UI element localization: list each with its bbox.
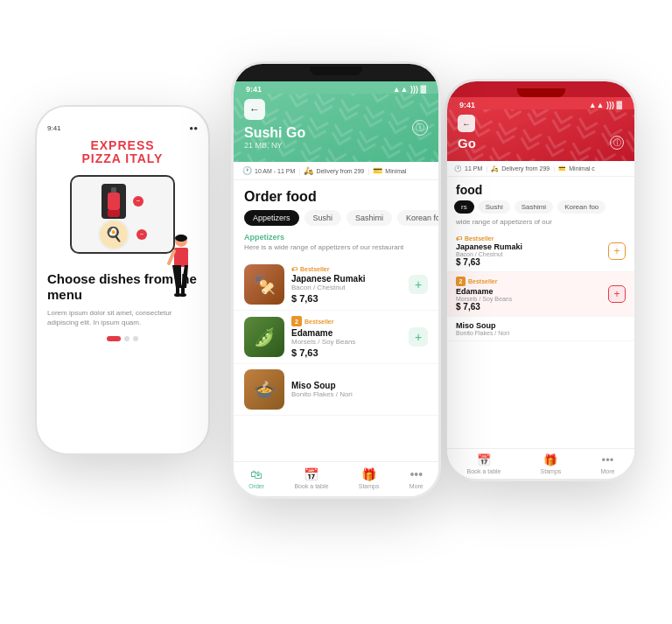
- badge-num-right-2: 2: [456, 277, 466, 286]
- category-label: Appetizers: [234, 233, 438, 243]
- add-button-right-1[interactable]: +: [608, 242, 626, 260]
- content-center: Order food Appetizers Sushi Sashimi Kore…: [234, 180, 438, 461]
- tab-korean[interactable]: Korean fo: [397, 210, 438, 226]
- nav-order[interactable]: 🛍 Order: [248, 467, 264, 489]
- food-sub-right-2: Morsels / Soy Beans: [456, 296, 603, 302]
- more-icon-right: •••: [602, 453, 614, 466]
- hours-text: 10 AM - 11 PM: [255, 168, 295, 174]
- notch-right: [517, 88, 565, 97]
- status-icons-right: ▲▲ ))) ▓: [589, 101, 622, 109]
- food-price-right-1: $ 7,63: [456, 257, 603, 267]
- delivery-text: Delivery from 299: [316, 168, 364, 174]
- food-sub-3: Bonito Flakes / Nori: [291, 390, 428, 398]
- app-preview: 🍳: [70, 175, 175, 254]
- food-sub-2: Morsels / Soy Beans: [291, 338, 402, 346]
- phone-left: 9:41 ●● EXPRESS PIZZA ITALY 🍳: [35, 105, 210, 455]
- nav-book-table[interactable]: 📅 Book a table: [294, 467, 328, 489]
- food-image-3: 🍲: [244, 369, 284, 410]
- minus-dot-2[interactable]: [136, 229, 147, 240]
- more-icon: •••: [410, 467, 423, 481]
- svg-line-7: [169, 251, 174, 263]
- back-button[interactable]: ←: [244, 99, 265, 120]
- food-price-2: $ 7,63: [291, 347, 402, 358]
- stamps-icon: 🎁: [361, 467, 376, 481]
- category-desc: Here is a wide range of appetizers of ou…: [234, 243, 438, 259]
- food-item-right-3: Miso Soup Bonito Flakes / Nori: [447, 317, 634, 341]
- info-icon-center[interactable]: ⓘ: [412, 120, 428, 136]
- food-item-right-1: 🏷Bestseller Japanese Rumaki Bacon / Ches…: [447, 231, 634, 272]
- svg-rect-2: [174, 248, 188, 267]
- food-name-1: Japanese Rumaki: [291, 274, 402, 284]
- restaurant-address: 21 MB, NY: [244, 141, 428, 150]
- bestseller-badge-right-1: 🏷Bestseller: [456, 235, 603, 242]
- add-button-2[interactable]: +: [409, 327, 428, 347]
- payment-icon-right: 💳: [558, 165, 566, 172]
- battery-left: ●●: [189, 124, 198, 132]
- notch-bar: [234, 64, 438, 81]
- food-name-3: Miso Soup: [291, 381, 428, 390]
- tab-sushi-right[interactable]: Sushi: [479, 200, 510, 214]
- nav-stamps[interactable]: 🎁 Stamps: [359, 467, 380, 489]
- nav-book-table-right[interactable]: 📅 Book a table: [467, 453, 501, 474]
- food-image-2: 🫛: [244, 317, 284, 357]
- nav-stamps-right[interactable]: 🎁 Stamps: [541, 453, 562, 474]
- tab-sashimi-right[interactable]: Sashimi: [514, 200, 553, 214]
- badge-num-2: 2: [291, 316, 302, 326]
- section-title-center: Order food: [234, 180, 438, 210]
- add-button-right-2[interactable]: +: [608, 285, 626, 303]
- bestseller-badge-1: 🏷 Bestseller: [291, 266, 402, 272]
- category-desc-right: wide range of appetizers of our: [447, 218, 634, 231]
- content-right: food rs Sushi Sashimi Korean foo wide ra…: [447, 177, 634, 448]
- tab-sashimi[interactable]: Sashimi: [346, 210, 392, 226]
- add-button-1[interactable]: +: [409, 275, 428, 294]
- payment-icon: 💳: [373, 166, 382, 175]
- info-bar-right: 🕐 11 PM | 🛵 Delivery from 299 | 💳 Minima…: [447, 161, 634, 177]
- dot-2[interactable]: [124, 336, 130, 341]
- dot-3[interactable]: [133, 336, 138, 341]
- pagination-dots: [107, 336, 138, 341]
- bestseller-badge-2: 2 Bestseller: [291, 316, 402, 326]
- payment-text: Minimal: [385, 168, 406, 174]
- dot-1[interactable]: [107, 336, 121, 341]
- minus-dot-1[interactable]: [133, 196, 144, 207]
- food-image-1: 🍢: [244, 264, 284, 305]
- tab-appetizers-right[interactable]: rs: [454, 200, 474, 214]
- food-sub-right-3: Bonito Flakes / Nori: [456, 330, 626, 336]
- food-price-right-2: $ 7,63: [456, 302, 603, 312]
- food-price-1: $ 7,63: [291, 293, 402, 304]
- food-item-3: 🍲 Miso Soup Bonito Flakes / Nori: [234, 364, 438, 416]
- info-icon-right[interactable]: ⓘ: [610, 136, 624, 150]
- restaurant-header-right: ← Go ⓘ: [447, 109, 634, 161]
- stamps-icon-right: 🎁: [543, 453, 557, 466]
- bestseller-badge-right-2: 2 Bestseller: [456, 277, 603, 286]
- food-name-right-3: Miso Soup: [456, 321, 626, 330]
- tab-korean-right[interactable]: Korean foo: [557, 200, 606, 214]
- left-subtext: Lorem ipsum dolor sit amet, consectetur …: [47, 308, 198, 327]
- book-table-icon: 📅: [304, 467, 318, 481]
- nav-more-right[interactable]: ••• More: [600, 453, 614, 474]
- svg-point-6: [179, 293, 186, 297]
- svg-point-1: [175, 235, 187, 242]
- scene: 9:41 ●● EXPRESS PIZZA ITALY 🍳: [0, 0, 672, 624]
- bottle-icon: [102, 184, 126, 219]
- tabs-right: rs Sushi Sashimi Korean foo: [447, 200, 634, 218]
- section-title-right: food: [447, 177, 634, 200]
- delivery-text-right: Delivery from 299: [501, 165, 550, 172]
- badge-icon-1: 🏷: [291, 266, 298, 272]
- bottom-nav-right: 📅 Book a table 🎁 Stamps ••• More: [447, 448, 634, 479]
- food-name-right-1: Japanese Rumaki: [456, 242, 603, 251]
- clock-icon: 🕐: [242, 166, 252, 175]
- category-tabs: Appetizers Sushi Sashimi Korean fo: [234, 210, 438, 233]
- status-bar-center: 9:41 ▲▲ ))) ▓: [234, 81, 438, 94]
- nav-more[interactable]: ••• More: [410, 467, 424, 489]
- time-right: 9:41: [459, 101, 475, 109]
- clock-icon-right: 🕐: [454, 165, 462, 172]
- back-button-right[interactable]: ←: [458, 115, 475, 132]
- bottom-nav-center: 🛍 Order 📅 Book a table 🎁 Stamps ••• More: [234, 461, 438, 496]
- book-table-icon-right: 📅: [477, 453, 491, 466]
- food-item-1: 🍢 🏷 Bestseller Japanese Rumaki Bacon / C…: [234, 259, 438, 311]
- tab-appetizers[interactable]: Appetizers: [244, 210, 299, 226]
- food-item-2: 🫛 2 Bestseller Edamame Morsels / Soy Bea…: [234, 311, 438, 364]
- tab-sushi[interactable]: Sushi: [304, 210, 342, 226]
- payment-text-right: Minimal c: [569, 165, 595, 172]
